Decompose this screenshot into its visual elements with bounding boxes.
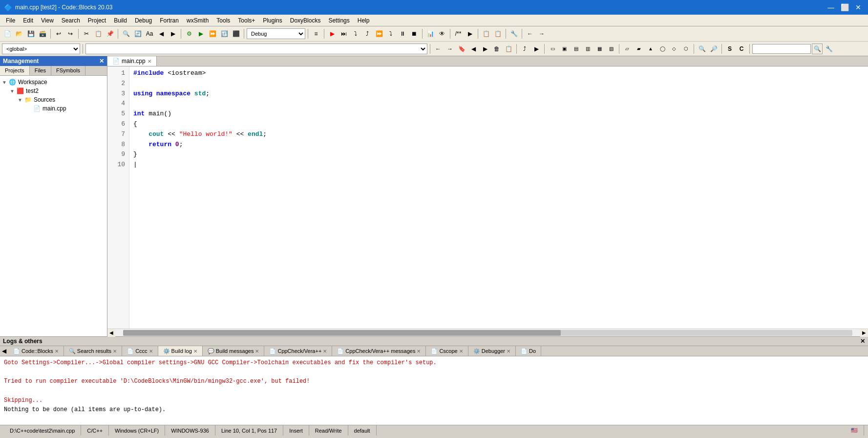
nav-fwd-button[interactable]: → [536,28,547,39]
symbol-dropdown[interactable] [85,44,427,54]
shape-btn8[interactable]: ▰ [634,44,644,54]
find-button[interactable]: 🔍 [121,28,131,39]
shape-btn1[interactable]: ▭ [547,44,558,54]
toggle-bookmarks-button[interactable]: ≡ [311,28,321,39]
code-content[interactable]: #include <iostream> using namespace std;… [129,66,868,328]
bottom-tab-cppcheck-close[interactable]: ✕ [323,349,327,354]
bottom-tab-cscope-close[interactable]: ✕ [459,349,463,354]
menu-project[interactable]: Project [84,16,110,25]
minimize-button[interactable]: — [825,2,837,12]
shape-btn12[interactable]: ⬡ [680,44,691,54]
scroll-right-button[interactable]: ▶ [860,329,868,337]
debug-step-button[interactable]: ⤵ [350,28,361,39]
tree-workspace[interactable]: ▼ 🌐 Workspace [2,78,105,87]
menu-settings[interactable]: Settings [324,16,353,25]
shape-btn2[interactable]: ▣ [559,44,570,54]
h-scrollbar-thumb[interactable] [123,330,561,336]
bookmark-prev-btn[interactable]: ◀ [468,44,479,54]
bottom-tab-cccc[interactable]: 📄 Cccc ✕ [122,346,158,356]
save-file-button[interactable]: 💾 [25,28,36,39]
bottom-tab-codeblocks-close[interactable]: ✕ [55,349,59,354]
tree-sources[interactable]: ▼ 📁 Sources [18,95,105,104]
nav-back-button[interactable]: ← [525,28,535,39]
open-file-button[interactable]: 📂 [14,28,24,39]
undo-button[interactable]: ↩ [53,28,64,39]
bottom-tab-buildlog[interactable]: ⚙️ Build log ✕ [158,346,203,356]
wrench-button[interactable]: 🔧 [508,28,519,39]
bottom-tab-buildlog-close[interactable]: ✕ [193,349,197,354]
c-btn[interactable]: C [736,44,747,54]
save-all-button[interactable]: 🗃️ [37,28,48,39]
sym-back-button[interactable]: ← [433,44,444,54]
h-scrollbar[interactable] [123,330,852,336]
bottom-tab-search-results[interactable]: 🔍 Search results ✕ [64,346,122,356]
rebuild-button[interactable]: 🔃 [219,28,230,39]
bottom-panel-close[interactable]: ✕ [860,338,865,345]
paste-button[interactable]: 📌 [105,28,115,39]
bottom-tab-debugger[interactable]: ⚙️ Debugger ✕ [468,346,516,356]
close-button[interactable]: ✕ [852,2,864,12]
bottom-tab-buildmsg-close[interactable]: ✕ [255,349,259,354]
bottom-tab-cscope[interactable]: 📄 Cscope ✕ [426,346,468,356]
build-config-dropdown[interactable]: Debug Release [247,28,305,39]
bottom-tab-do[interactable]: 📄 Do [516,346,541,356]
menu-search[interactable]: Search [58,16,84,25]
shape-btn7[interactable]: ▱ [622,44,633,54]
debug-next-button[interactable]: ⏭ [339,28,349,39]
menu-tools-plus[interactable]: Tools+ [234,16,259,25]
bottom-tab-debugger-close[interactable]: ✕ [507,349,510,354]
editor-tab-close[interactable]: ✕ [148,59,151,64]
search-execute-button[interactable]: 🔍 [812,44,823,54]
search-input[interactable] [752,44,811,54]
bottom-tab-cppcheck[interactable]: 📄 CppCheck/Vera++ ✕ [264,346,332,356]
zoom-out-btn[interactable]: 🔎 [708,44,719,54]
menu-debug[interactable]: Debug [131,16,156,25]
menu-edit[interactable]: Edit [19,16,37,25]
bottom-tab-codeblocks[interactable]: 📄 Code::Blocks ✕ [8,346,64,356]
menu-plugins[interactable]: Plugins [259,16,286,25]
build-run-button[interactable]: ⏩ [207,28,218,39]
bookmark-clear-btn[interactable]: 🗑 [491,44,502,54]
tree-main-cpp[interactable]: 📄 main.cpp [25,104,105,113]
shape-btn3[interactable]: ▤ [571,44,581,54]
jump-btn2[interactable]: ▶ [531,44,542,54]
bookmark-list-btn[interactable]: 📋 [503,44,514,54]
bottom-tab-search-close[interactable]: ✕ [113,349,117,354]
shape-btn9[interactable]: ▲ [645,44,656,54]
editor-tab-main-cpp[interactable]: 📄 main.cpp ✕ [107,56,157,66]
bottom-scroll-left[interactable]: ◀ [0,346,8,356]
bookmark-btn[interactable]: 🔖 [456,44,467,54]
debug-watches-button[interactable]: 👁 [437,28,447,39]
scope-dropdown[interactable]: <global> [2,44,80,54]
build-target-button[interactable]: ⚙ [184,28,194,39]
stop-button[interactable]: ⬛ [231,28,241,39]
bottom-tab-cccc-close[interactable]: ✕ [149,349,153,354]
debug-step-inst-button[interactable]: ⤵ [385,28,396,39]
tree-project-test2[interactable]: ▼ 🟥 test2 [10,87,105,95]
new-file-button[interactable]: 📄 [2,28,13,39]
debug-step-out-button[interactable]: ⤴ [362,28,373,39]
tab-files[interactable]: Files [30,66,51,75]
management-close-button[interactable]: ✕ [99,58,104,65]
find-prev-button[interactable]: ◀ [156,28,167,39]
run-button[interactable]: ▶ [195,28,206,39]
tab-fsymbols[interactable]: FSymbols [51,66,85,75]
bottom-tab-cppcheck-msg-close[interactable]: ✕ [417,349,421,354]
jump-btn1[interactable]: ⤴ [519,44,530,54]
cut-button[interactable]: ✂ [81,28,92,39]
search-options-button[interactable]: 🔧 [824,44,834,54]
debug-run-button[interactable]: ▶ [327,28,338,39]
debug-stop-button[interactable]: ⏹ [409,28,420,39]
extra-btn2[interactable]: 📋 [492,28,503,39]
doxy-btn1[interactable]: /** [453,28,464,39]
menu-wxsmith[interactable]: wxSmith [183,16,212,25]
debug-info-button[interactable]: 📊 [425,28,436,39]
debug-next-inst-button[interactable]: ⏩ [374,28,384,39]
menu-doxyblocks[interactable]: DoxyBlocks [286,16,325,25]
shape-btn11[interactable]: ◇ [669,44,679,54]
menu-fortran[interactable]: Fortran [156,16,183,25]
menu-file[interactable]: File [2,16,19,25]
doxy-btn2[interactable]: ▶ [465,28,475,39]
scroll-left-button[interactable]: ◀ [107,329,115,337]
copy-button[interactable]: 📋 [93,28,104,39]
